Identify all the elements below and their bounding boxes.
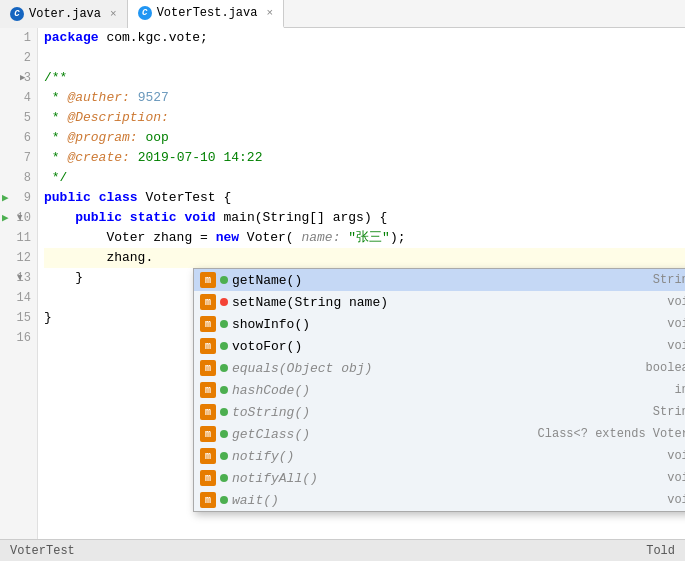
tab-voter-label: Voter.java — [29, 7, 101, 21]
ac-type-setName: void — [667, 295, 685, 309]
line-numbers: 1 2 ▶3 4 5 6 7 8 ▶ 9 ▶ ▼ 10 11 12 ▼ 13 1… — [0, 28, 38, 539]
ac-type-toString: String — [653, 405, 685, 419]
line-num-12: 12 — [0, 248, 37, 268]
ac-item-votoFor[interactable]: m votoFor() void — [194, 335, 685, 357]
ac-type-wait: void — [667, 493, 685, 507]
code-line-12: zhang. — [44, 248, 685, 268]
ac-dot-green-hashCode — [220, 386, 228, 394]
ac-name-toString: toString() — [232, 405, 649, 420]
ac-type-notifyAll: void — [667, 471, 685, 485]
ac-icon-m-wait: m — [200, 492, 216, 508]
ac-dot-green-getClass — [220, 430, 228, 438]
voter-file-icon: C — [10, 7, 24, 21]
ac-type-notify: void — [667, 449, 685, 463]
line-num-15: 15 — [0, 308, 37, 328]
ac-item-hashCode[interactable]: m hashCode() int — [194, 379, 685, 401]
status-bar: VoterTest Told — [0, 539, 685, 561]
ac-icon-m-toString: m — [200, 404, 216, 420]
ac-name-wait: wait() — [232, 493, 663, 508]
ac-item-toString[interactable]: m toString() String — [194, 401, 685, 423]
tab-votertest-label: VoterTest.java — [157, 6, 258, 20]
ac-dot-green-equals — [220, 364, 228, 372]
line-num-6: 6 — [0, 128, 37, 148]
code-line-2 — [44, 48, 685, 68]
line-num-2: 2 — [0, 48, 37, 68]
line-num-13: ▼ 13 — [0, 268, 37, 288]
ac-name-getName: getName() — [232, 273, 649, 288]
tab-bar: C Voter.java × C VoterTest.java × — [0, 0, 685, 28]
autocomplete-dropdown[interactable]: m getName() String m setName(String name… — [193, 268, 685, 512]
code-line-4: * @auther: 9527 — [44, 88, 685, 108]
ac-name-notifyAll: notifyAll() — [232, 471, 663, 486]
ac-name-setName: setName(String name) — [232, 295, 663, 310]
code-line-7: * @create: 2019-07-10 14:22 — [44, 148, 685, 168]
ac-dot-red-setName — [220, 298, 228, 306]
ac-item-getClass[interactable]: m getClass() Class<? extends Voter> — [194, 423, 685, 445]
tab-votertest[interactable]: C VoterTest.java × — [128, 0, 284, 28]
code-line-6: * @program: oop — [44, 128, 685, 148]
ac-name-showInfo: showInfo() — [232, 317, 663, 332]
ac-icon-m-notify: m — [200, 448, 216, 464]
status-right: Told — [646, 544, 675, 558]
ac-icon-m-hashCode: m — [200, 382, 216, 398]
line-num-14: 14 — [0, 288, 37, 308]
code-line-5: * @Description: — [44, 108, 685, 128]
ac-item-notifyAll[interactable]: m notifyAll() void — [194, 467, 685, 489]
line-num-3: ▶3 — [0, 68, 37, 88]
ac-item-wait[interactable]: m wait() void — [194, 489, 685, 511]
ac-icon-m-equals: m — [200, 360, 216, 376]
ac-name-equals: equals(Object obj) — [232, 361, 642, 376]
ac-dot-green-notify — [220, 452, 228, 460]
ac-name-notify: notify() — [232, 449, 663, 464]
line-num-8: 8 — [0, 168, 37, 188]
ac-dot-green-notifyAll — [220, 474, 228, 482]
ac-item-setName[interactable]: m setName(String name) void — [194, 291, 685, 313]
ac-icon-m-notifyAll: m — [200, 470, 216, 486]
ac-type-getClass: Class<? extends Voter> — [538, 427, 685, 441]
ac-icon-m-getClass: m — [200, 426, 216, 442]
ac-item-equals[interactable]: m equals(Object obj) boolean — [194, 357, 685, 379]
ac-item-getName[interactable]: m getName() String — [194, 269, 685, 291]
ac-name-votoFor: votoFor() — [232, 339, 663, 354]
code-line-11: Voter zhang = new Voter( name: "张三"); — [44, 228, 685, 248]
ac-type-getName: String — [653, 273, 685, 287]
ac-icon-m-showInfo: m — [200, 316, 216, 332]
code-line-8: */ — [44, 168, 685, 188]
ac-type-hashCode: int — [674, 383, 685, 397]
votertest-file-icon: C — [138, 6, 152, 20]
ac-type-equals: boolean — [646, 361, 685, 375]
tab-voter[interactable]: C Voter.java × — [0, 0, 128, 28]
ac-icon-m-votoFor: m — [200, 338, 216, 354]
ac-item-showInfo[interactable]: m showInfo() void — [194, 313, 685, 335]
ac-dot-green — [220, 276, 228, 284]
editor-area: 1 2 ▶3 4 5 6 7 8 ▶ 9 ▶ ▼ 10 11 12 ▼ 13 1… — [0, 28, 685, 539]
ac-dot-green-toString — [220, 408, 228, 416]
code-line-10: public static void main(String[] args) { — [44, 208, 685, 228]
line-num-4: 4 — [0, 88, 37, 108]
ac-type-showInfo: void — [667, 317, 685, 331]
line-num-7: 7 — [0, 148, 37, 168]
line-num-1: 1 — [0, 28, 37, 48]
code-line-9: public class VoterTest { — [44, 188, 685, 208]
ac-name-getClass: getClass() — [232, 427, 534, 442]
ac-item-notify[interactable]: m notify() void — [194, 445, 685, 467]
code-line-1: package com.kgc.vote; — [44, 28, 685, 48]
status-left: VoterTest — [10, 544, 75, 558]
tab-votertest-close[interactable]: × — [266, 7, 273, 19]
ac-dot-green-votoFor — [220, 342, 228, 350]
ac-name-hashCode: hashCode() — [232, 383, 670, 398]
line-num-5: 5 — [0, 108, 37, 128]
ac-type-votoFor: void — [667, 339, 685, 353]
line-num-9: ▶ 9 — [0, 188, 37, 208]
ac-dot-green-showInfo — [220, 320, 228, 328]
code-content[interactable]: package com.kgc.vote; /** * @auther: 952… — [38, 28, 685, 539]
tab-voter-close[interactable]: × — [110, 8, 117, 20]
code-line-3: /** — [44, 68, 685, 88]
line-num-16: 16 — [0, 328, 37, 348]
ac-dot-green-wait — [220, 496, 228, 504]
line-num-10: ▶ ▼ 10 — [0, 208, 37, 228]
ac-icon-m: m — [200, 272, 216, 288]
line-num-11: 11 — [0, 228, 37, 248]
ac-icon-m-setName: m — [200, 294, 216, 310]
